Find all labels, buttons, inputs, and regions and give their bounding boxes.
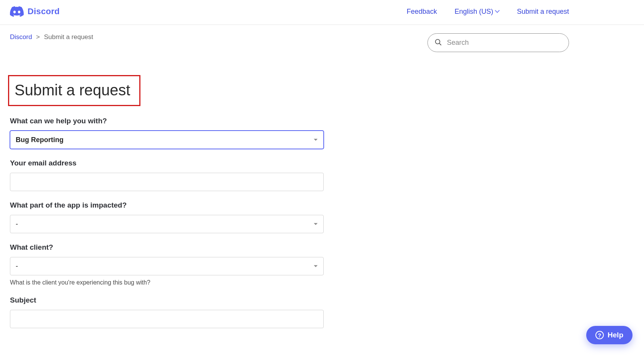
help-with-value: Bug Reporting [16, 136, 64, 144]
breadcrumb: Discord > Submit a request [10, 33, 93, 41]
client-value: - [16, 262, 18, 270]
client-select[interactable]: - [10, 257, 324, 275]
field-email: Your email address [10, 159, 324, 191]
help-button[interactable]: ? Help [586, 326, 633, 338]
search-container [427, 33, 569, 52]
help-label: Help [608, 331, 623, 338]
svg-line-1 [439, 43, 441, 45]
page-content: Submit a request What can we help you wi… [0, 52, 644, 328]
email-input[interactable] [10, 173, 324, 191]
brand-logo[interactable]: Discord [10, 6, 60, 17]
top-nav: Feedback English (US) Submit a request [407, 8, 634, 16]
help-with-label: What can we help you with? [10, 117, 324, 125]
field-client: What client? - What is the client you're… [10, 243, 324, 286]
app-part-select[interactable]: - [10, 215, 324, 233]
field-help-with: What can we help you with? Bug Reporting [10, 117, 324, 149]
discord-icon [10, 6, 24, 17]
chevron-down-icon [496, 9, 499, 13]
client-hint: What is the client you're experiencing t… [10, 279, 324, 286]
breadcrumb-current: Submit a request [44, 33, 93, 41]
breadcrumb-home[interactable]: Discord [10, 33, 32, 41]
request-form: What can we help you with? Bug Reporting… [10, 117, 324, 328]
caret-down-icon [314, 223, 318, 225]
search-input[interactable] [427, 33, 569, 52]
help-icon: ? [595, 331, 604, 338]
search-icon [434, 38, 442, 47]
breadcrumb-separator: > [36, 33, 40, 41]
field-subject: Subject [10, 296, 324, 328]
page-title: Submit a request [15, 82, 130, 99]
subject-label: Subject [10, 296, 324, 304]
field-app-part: What part of the app is impacted? - [10, 201, 324, 233]
submit-request-link[interactable]: Submit a request [517, 8, 569, 16]
language-selector[interactable]: English (US) [455, 8, 499, 16]
feedback-link[interactable]: Feedback [407, 8, 437, 16]
top-header: Discord Feedback English (US) Submit a r… [0, 0, 644, 25]
caret-down-icon [314, 139, 318, 141]
help-with-select[interactable]: Bug Reporting [10, 131, 324, 149]
subject-input[interactable] [10, 310, 324, 328]
app-part-label: What part of the app is impacted? [10, 201, 324, 209]
brand-name: Discord [28, 7, 60, 16]
caret-down-icon [314, 265, 318, 267]
language-label: English (US) [455, 8, 493, 16]
app-part-value: - [16, 220, 18, 228]
subheader-row: Discord > Submit a request [0, 25, 644, 52]
page-title-highlight: Submit a request [8, 75, 140, 106]
client-label: What client? [10, 243, 324, 252]
email-label: Your email address [10, 159, 324, 167]
